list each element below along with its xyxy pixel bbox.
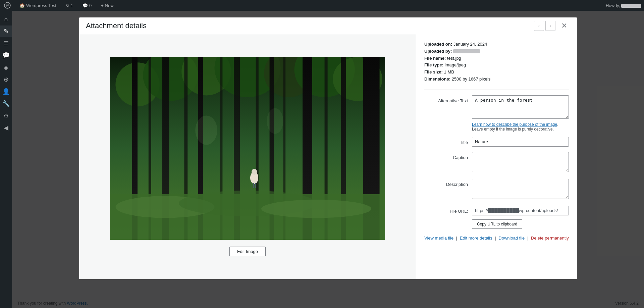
admin-bar-comments[interactable]: 💬 0 <box>80 0 94 11</box>
username-blurred <box>621 4 641 8</box>
modal-body: Edit Image Uploaded on: January 24, 2024… <box>79 34 577 279</box>
alt-text-label: Alternative Text <box>424 95 468 104</box>
sidebar-collapse[interactable]: ◀ <box>0 122 12 134</box>
howdy-text: Howdy, <box>606 3 620 8</box>
modal-overlay: Attachment details ‹ › ✕ <box>12 11 644 308</box>
forest-image <box>110 57 385 240</box>
file-type-value: image/jpeg <box>445 62 466 67</box>
delete-permanently-link[interactable]: Delete permanently <box>531 236 569 241</box>
file-url-field: Copy URL to clipboard <box>472 206 569 229</box>
alt-text-help: Learn how to describe the purpose of the… <box>472 122 569 132</box>
dimensions-label: Dimensions: <box>424 76 450 82</box>
admin-bar: W 🏠 Wordpress Test ↻ 1 💬 0 + New Howdy, <box>0 0 644 11</box>
new-label: + New <box>101 3 113 8</box>
attachment-details-modal: Attachment details ‹ › ✕ <box>79 17 577 279</box>
title-input[interactable] <box>472 137 569 147</box>
image-area: Edit Image <box>79 34 416 279</box>
modal-prev-button[interactable]: ‹ <box>534 21 544 31</box>
sidebar-appearance[interactable]: ◈ <box>0 62 12 73</box>
title-row: Title <box>424 137 569 147</box>
wp-logo[interactable]: W <box>3 1 12 10</box>
modal-close-button[interactable]: ✕ <box>558 20 570 32</box>
modal-footer-links: View media file | Edit more details | Do… <box>424 236 569 241</box>
file-url-input[interactable] <box>472 206 569 215</box>
file-name-label: File name: <box>424 56 446 61</box>
sidebar-comments[interactable]: 💬 <box>0 50 12 61</box>
file-name-value: test.jpg <box>447 56 461 61</box>
file-size-row: File size: 1 MB <box>424 69 569 76</box>
uploaded-by-row: Uploaded by: <box>424 48 569 55</box>
view-media-file-link[interactable]: View media file <box>424 236 453 241</box>
file-info: Uploaded on: January 24, 2024 Uploaded b… <box>424 41 569 83</box>
footer-separator-1: | <box>456 236 459 241</box>
caption-label: Caption <box>424 152 468 161</box>
alt-text-learn-link[interactable]: Learn how to describe the purpose of the… <box>472 122 557 127</box>
svg-point-27 <box>261 200 371 218</box>
uploaded-on-row: Uploaded on: January 24, 2024 <box>424 41 569 48</box>
svg-point-32 <box>195 115 217 145</box>
copy-url-button[interactable]: Copy URL to clipboard <box>472 219 522 229</box>
admin-bar-updates[interactable]: ↻ 1 <box>64 0 75 11</box>
admin-bar-howdy: Howdy, <box>606 3 641 8</box>
title-label: Title <box>424 137 468 146</box>
description-row: Description <box>424 179 569 200</box>
footer-separator-3: | <box>527 236 530 241</box>
sidebar-pages[interactable]: ☰ <box>0 38 12 49</box>
comments-count: 0 <box>89 3 92 8</box>
uploaded-by-label: Uploaded by: <box>424 49 452 54</box>
dimensions-value: 2500 by 1667 pixels <box>452 76 491 82</box>
sidebar-settings[interactable]: ⚙ <box>0 110 12 121</box>
caption-input[interactable] <box>472 152 569 172</box>
alt-text-row: Alternative Text Learn how to describe t… <box>424 95 569 132</box>
comments-icon: 💬 <box>83 3 88 8</box>
caption-row: Caption <box>424 152 569 173</box>
svg-text:W: W <box>6 3 9 7</box>
details-panel: Uploaded on: January 24, 2024 Uploaded b… <box>416 34 577 279</box>
sidebar-home[interactable]: ⌂ <box>0 13 12 25</box>
svg-point-33 <box>267 108 283 134</box>
description-input[interactable] <box>472 179 569 199</box>
modal-title: Attachment details <box>86 21 534 30</box>
divider <box>424 90 569 90</box>
caption-field <box>472 152 569 173</box>
forest-svg-overlay <box>110 57 385 240</box>
modal-header: Attachment details ‹ › ✕ <box>79 17 577 34</box>
site-name: Wordpress Test <box>26 3 56 8</box>
file-size-label: File size: <box>424 69 443 74</box>
image-container <box>110 57 385 240</box>
footer-separator-2: | <box>495 236 497 241</box>
admin-bar-new[interactable]: + New <box>99 0 115 11</box>
file-name-row: File name: test.jpg <box>424 55 569 62</box>
svg-rect-31 <box>255 183 256 188</box>
description-field <box>472 179 569 200</box>
sidebar-tools[interactable]: 🔧 <box>0 98 12 109</box>
svg-rect-30 <box>253 183 254 188</box>
edit-more-details-link[interactable]: Edit more details <box>460 236 492 241</box>
updates-icon: ↻ <box>66 3 69 8</box>
modal-navigation: ‹ › <box>534 21 555 31</box>
edit-image-button[interactable]: Edit Image <box>229 247 266 256</box>
description-label: Description <box>424 179 468 188</box>
alt-text-field: Learn how to describe the purpose of the… <box>472 95 569 132</box>
admin-bar-site[interactable]: 🏠 Wordpress Test <box>17 0 58 11</box>
uploaded-by-value <box>453 49 480 53</box>
file-size-value: 1 MB <box>444 69 454 74</box>
sidebar: ⌂ ✎ ☰ 💬 ◈ ⊕ 👤 🔧 ⚙ ◀ <box>0 11 12 308</box>
alt-text-input[interactable] <box>472 95 569 119</box>
svg-point-29 <box>252 169 257 175</box>
sidebar-users[interactable]: 👤 <box>0 86 12 97</box>
uploaded-on-value: January 24, 2024 <box>453 42 487 47</box>
sidebar-media[interactable]: ✎ <box>0 25 12 37</box>
file-type-label: File type: <box>424 62 443 67</box>
title-field <box>472 137 569 147</box>
updates-count: 1 <box>71 3 73 8</box>
home-icon: 🏠 <box>19 3 25 8</box>
file-type-row: File type: image/jpeg <box>424 62 569 69</box>
file-url-label: File URL: <box>424 206 468 214</box>
sidebar-plugins[interactable]: ⊕ <box>0 74 12 85</box>
dimensions-row: Dimensions: 2500 by 1667 pixels <box>424 76 569 83</box>
uploaded-on-label: Uploaded on: <box>424 42 452 47</box>
modal-next-button[interactable]: › <box>545 21 555 31</box>
file-url-row: File URL: Copy URL to clipboard <box>424 206 569 229</box>
download-file-link[interactable]: Download file <box>498 236 525 241</box>
